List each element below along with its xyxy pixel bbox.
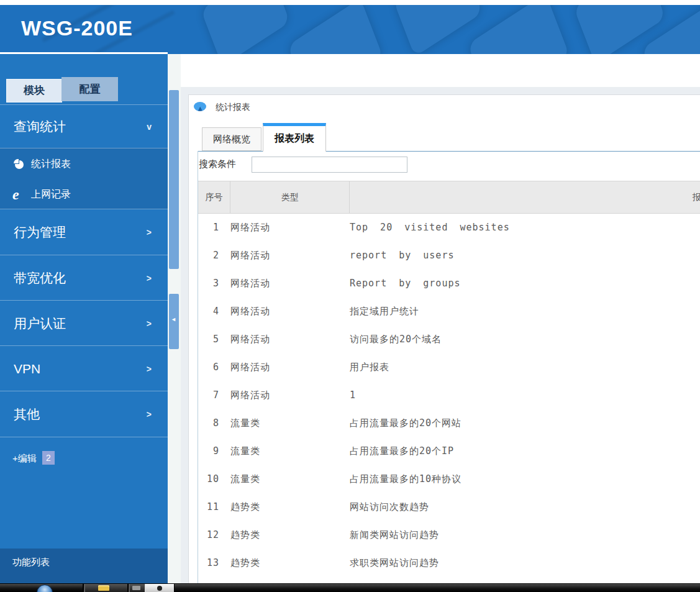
- cell-report-name: 占用流量最多的10种协议: [350, 465, 700, 493]
- cell-report-name: 指定域用户统计: [350, 298, 700, 326]
- sidebar-item-bandwidth-opt[interactable]: 带宽优化 >: [0, 255, 168, 301]
- function-list-label: 功能列表: [12, 557, 50, 568]
- table-row[interactable]: 7 网络活动 1: [198, 381, 700, 409]
- cell-report-name: report by users: [350, 242, 700, 270]
- chevron-right-icon: >: [147, 227, 152, 237]
- table-row[interactable]: 6 网络活动 用户报表: [198, 353, 700, 381]
- tab-report-list[interactable]: 报表列表: [263, 123, 326, 152]
- table-row[interactable]: 13 趋势类 求职类网站访问趋势: [198, 549, 700, 577]
- cell-type: 流量类: [230, 409, 349, 437]
- sidebar-scrollbar-thumb[interactable]: [169, 90, 179, 269]
- wsg-admin-page: WSG-200E 模块 配置 查询统计 v 统计报表 e 上网记录 行为管理 >: [0, 0, 700, 592]
- cell-index: 8: [198, 409, 230, 437]
- cell-type: 网络活动: [230, 353, 349, 381]
- pie-chart-icon: [194, 101, 207, 112]
- column-header-report-name: 报表名称: [349, 181, 700, 213]
- cell-type: 网络活动: [230, 298, 349, 326]
- edit-count-badge: 2: [42, 451, 55, 465]
- sidebar-tab-modules[interactable]: 模块: [6, 79, 62, 102]
- collapse-left-icon: ◄: [171, 316, 176, 322]
- search-input[interactable]: [252, 157, 407, 173]
- sidebar-item-stat-reports[interactable]: 统计报表: [0, 148, 168, 179]
- edit-menu-button[interactable]: +编辑: [12, 453, 37, 465]
- sidebar-tab-config[interactable]: 配置: [61, 77, 118, 101]
- sidebar-item-vpn[interactable]: VPN >: [0, 345, 168, 391]
- cell-report-name: Top 20 visited websites: [350, 214, 700, 242]
- chevron-down-icon: v: [147, 122, 152, 132]
- cell-report-name: 占用流量最多的20个IP: [350, 437, 700, 465]
- brand-logo: WSG-200E: [21, 16, 133, 40]
- start-orb-button[interactable]: [37, 585, 53, 592]
- table-row[interactable]: 12 趋势类 新闻类网站访问趋势: [198, 521, 700, 549]
- table-header-row: 序号 类型 报表名称: [198, 181, 700, 214]
- cell-type: 网络活动: [230, 326, 349, 353]
- table-row[interactable]: 4 网络活动 指定域用户统计: [198, 298, 700, 326]
- table-row[interactable]: 5 网络活动 访问最多的20个域名: [198, 326, 700, 353]
- sidebar-item-user-auth[interactable]: 用户认证 >: [0, 300, 168, 346]
- taskbar-capture-button[interactable]: [145, 584, 175, 592]
- pie-chart-icon: [14, 159, 25, 169]
- table-row[interactable]: 11 趋势类 网站访问次数趋势: [198, 493, 700, 521]
- sidebar-item-query-stats[interactable]: 查询统计 v: [0, 104, 168, 148]
- cell-report-name: Report by groups: [350, 270, 700, 298]
- cell-index: 3: [198, 270, 230, 298]
- cell-report-name: 网站访问次数趋势: [350, 493, 700, 521]
- sidebar-item-other[interactable]: 其他 >: [0, 391, 168, 437]
- cell-type: 趋势类: [230, 521, 349, 549]
- chevron-right-icon: >: [147, 319, 152, 329]
- sidebar-item-label: 上网记录: [31, 188, 71, 201]
- keyboard-texture: [288, 5, 383, 54]
- sidebar-item-behavior-mgmt[interactable]: 行为管理 >: [0, 209, 168, 255]
- cell-index: 1: [198, 214, 230, 242]
- cell-type: 流量类: [230, 465, 349, 493]
- sidebar-item-web-records[interactable]: e 上网记录: [0, 179, 168, 209]
- table-row[interactable]: 1 网络活动 Top 20 visited websites: [198, 214, 700, 242]
- header-divider: [0, 52, 168, 54]
- cell-type: 趋势类: [230, 549, 349, 577]
- page-title: 统计报表: [216, 102, 250, 113]
- table-row[interactable]: 10 流量类 占用流量最多的10种协议: [198, 465, 700, 493]
- cell-index: 12: [198, 521, 230, 549]
- keyboard-texture: [201, 5, 290, 54]
- cell-index: 13: [198, 549, 230, 577]
- table-row[interactable]: 2 网络活动 report by users: [198, 242, 700, 270]
- cell-index: 9: [198, 437, 230, 465]
- table-row[interactable]: 3 网络活动 Report by groups: [198, 270, 700, 298]
- sidebar-submenu: 统计报表 e 上网记录: [0, 148, 168, 209]
- folder-icon: [98, 585, 109, 591]
- taskbar-folder-button[interactable]: [84, 584, 128, 592]
- cell-index: 7: [198, 381, 230, 409]
- sidebar-item-label: 带宽优化: [14, 270, 66, 287]
- chevron-right-icon: >: [147, 273, 152, 283]
- cell-report-name: 用户报表: [350, 353, 700, 381]
- keyboard-texture: [468, 5, 570, 54]
- cell-report-name: 新闻类网站访问趋势: [350, 521, 700, 549]
- cell-report-name: 求职类网站访问趋势: [350, 549, 700, 577]
- column-header-index: 序号: [198, 181, 230, 213]
- taskbar-app-button[interactable]: [129, 584, 145, 592]
- tab-network-overview[interactable]: 网络概览: [202, 127, 261, 151]
- cell-report-name: 1: [350, 381, 700, 409]
- cell-index: 5: [198, 326, 230, 353]
- table-row[interactable]: 9 流量类 占用流量最多的20个IP: [198, 437, 700, 465]
- chevron-right-icon: >: [147, 364, 152, 374]
- sidebar-edit-row: +编辑 2: [0, 450, 168, 469]
- cell-index: 11: [198, 493, 230, 521]
- cell-report-name: 访问最多的20个域名: [350, 326, 700, 353]
- cell-type: 趋势类: [230, 493, 349, 521]
- cell-type: 网络活动: [230, 381, 349, 409]
- sidebar-item-label: 查询统计: [14, 118, 66, 135]
- search-label: 搜索条件: [199, 158, 236, 170]
- ie-browser-icon: e: [12, 187, 27, 202]
- sidebar-collapse-handle[interactable]: ◄: [169, 294, 179, 349]
- cell-report-name: 占用流量最多的20个网站: [350, 409, 700, 437]
- sidebar-item-label: 其他: [14, 406, 40, 423]
- cell-type: 网络活动: [230, 270, 349, 298]
- cell-index: 4: [198, 298, 230, 326]
- keyboard-texture: [393, 5, 483, 54]
- cell-index: 10: [198, 465, 230, 493]
- camera-icon: [157, 586, 162, 591]
- table-row[interactable]: 8 流量类 占用流量最多的20个网站: [198, 409, 700, 437]
- sidebar-gutter: ◄: [168, 54, 181, 592]
- cell-index: 2: [198, 242, 230, 270]
